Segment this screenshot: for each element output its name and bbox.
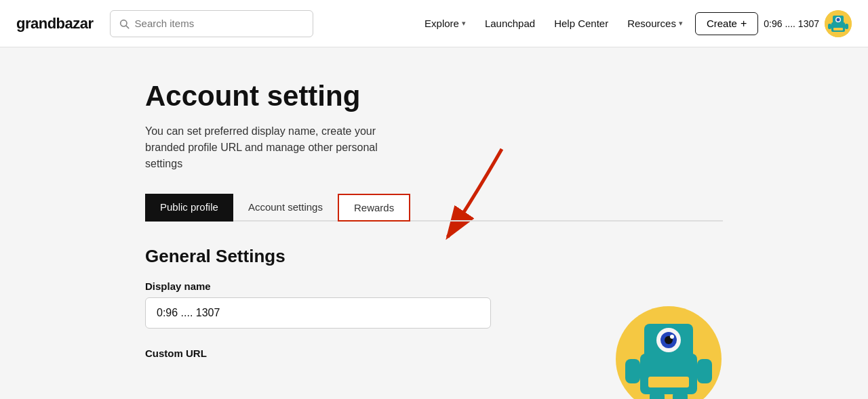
plus-icon: + — [741, 18, 747, 30]
svg-rect-9 — [845, 24, 848, 29]
tab-rewards[interactable]: Rewards — [338, 194, 410, 222]
create-button[interactable]: Create + — [695, 12, 758, 35]
svg-rect-20 — [697, 359, 712, 383]
explore-chevron-icon: ▾ — [462, 19, 466, 28]
nav-launchpad[interactable]: Launchpad — [478, 14, 542, 33]
avatar-icon — [825, 10, 852, 37]
display-name-label: Display name — [145, 280, 723, 292]
svg-rect-18 — [648, 377, 689, 387]
main-content: Account setting You can set preferred di… — [129, 47, 739, 386]
svg-line-1 — [126, 26, 129, 28]
page-title: Account setting — [145, 80, 723, 112]
nav-links: Explore ▾ Launchpad Help Center Resource… — [418, 10, 852, 37]
svg-rect-19 — [625, 359, 640, 383]
section-title: General Settings — [145, 246, 723, 267]
search-input[interactable] — [135, 18, 304, 29]
svg-rect-22 — [673, 392, 688, 399]
general-settings-section: General Settings Display name Custom URL — [145, 246, 723, 359]
svg-rect-12 — [640, 354, 697, 394]
nav-explore[interactable]: Explore ▾ — [418, 14, 473, 33]
svg-rect-8 — [828, 24, 831, 29]
logo[interactable]: grandbazar — [16, 15, 94, 33]
search-bar[interactable] — [110, 10, 313, 37]
search-icon — [119, 18, 130, 29]
nav-resources[interactable]: Resources ▾ — [620, 14, 690, 33]
navbar: grandbazar Explore ▾ Launchpad Help Cent… — [0, 0, 868, 47]
nav-help-center[interactable]: Help Center — [547, 14, 615, 33]
avatar[interactable] — [825, 10, 852, 37]
resources-chevron-icon: ▾ — [679, 19, 683, 28]
svg-rect-7 — [833, 28, 843, 30]
svg-point-6 — [837, 18, 840, 21]
page-description: You can set preferred display name, crea… — [145, 123, 389, 172]
tabs-bar: Public profile Account settings Rewards — [145, 194, 723, 222]
svg-rect-21 — [650, 392, 665, 399]
wallet-label[interactable]: 0:96 .... 1307 — [764, 18, 819, 29]
tab-account-settings[interactable]: Account settings — [233, 194, 338, 222]
tab-public-profile[interactable]: Public profile — [145, 194, 233, 222]
profile-avatar-large — [614, 305, 723, 399]
tabs-wrapper: Public profile Account settings Rewards — [145, 194, 723, 222]
display-name-input[interactable] — [145, 297, 491, 329]
svg-point-17 — [670, 335, 674, 339]
